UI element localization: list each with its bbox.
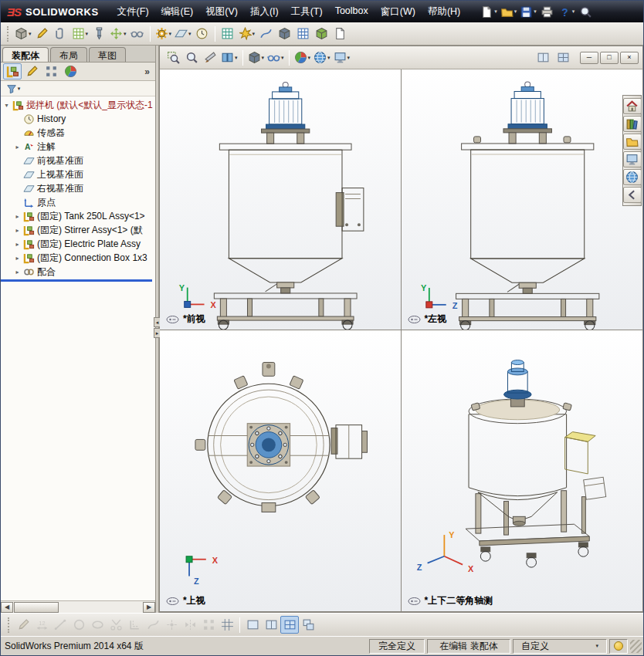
menu-window[interactable]: 窗口(W) [375, 3, 422, 21]
viewport-previous-icon[interactable] [534, 49, 552, 66]
viewport-canvas-front[interactable]: Y X [160, 69, 401, 330]
panel-splitter[interactable]: ◂ ▸ [155, 46, 159, 613]
viewport-top[interactable]: X Z *上视 [160, 330, 402, 612]
expand-arrow-icon[interactable]: ▸ [14, 241, 21, 248]
display-style-icon[interactable]: ▾ [246, 49, 266, 66]
hide-show-items-icon[interactable]: ▾ [266, 49, 286, 66]
viewport-left[interactable]: Y Z *左视 [402, 69, 643, 330]
new-motion-study-icon[interactable] [193, 25, 212, 42]
section-view-icon[interactable] [201, 49, 219, 66]
tree-item[interactable]: ▸(固定) Electric Plate Assy [1, 237, 155, 251]
toolbar-grip[interactable] [7, 26, 10, 42]
dropdown-arrow-icon[interactable]: ▾ [235, 55, 238, 61]
display-grid-icon[interactable] [218, 616, 236, 634]
status-custom-menu[interactable]: 自定义▾ [513, 639, 607, 654]
panel-expand-chevron[interactable]: » [141, 66, 153, 77]
help-icon[interactable]: ▾ [557, 3, 577, 21]
dropdown-arrow-icon[interactable]: ▾ [86, 31, 89, 37]
show-hidden-components-icon[interactable] [128, 25, 147, 42]
assembly-visualization-icon[interactable] [293, 25, 312, 42]
tree-item[interactable]: ▸(固定) Tank 250L Assy<1> [1, 209, 155, 223]
dropdown-arrow-icon[interactable]: ▾ [18, 86, 21, 92]
scrollbar-thumb[interactable] [14, 602, 59, 613]
minimize-window-button[interactable]: ─ [580, 52, 598, 64]
featuremanager-tab-icon[interactable] [3, 63, 22, 79]
open-document-icon[interactable]: ▾ [499, 3, 519, 21]
menu-view[interactable]: 视图(V) [199, 3, 244, 21]
viewport-front[interactable]: Y X *前视 [160, 69, 402, 330]
dropdown-arrow-icon[interactable]: ▾ [262, 55, 265, 61]
spline-icon[interactable] [144, 616, 162, 634]
instant3d-icon[interactable] [312, 25, 330, 42]
dropdown-arrow-icon[interactable]: ▾ [581, 643, 598, 649]
tree-item[interactable]: 原点 [1, 195, 155, 209]
menu-help[interactable]: 帮助(H) [422, 3, 466, 21]
tree-item[interactable]: ▸配合 [1, 265, 155, 279]
mate-icon[interactable] [52, 25, 70, 42]
dropdown-arrow-icon[interactable]: ▾ [169, 31, 172, 37]
scroll-right-icon[interactable]: ▶ [143, 602, 155, 613]
explode-line-sketch-icon[interactable] [256, 25, 275, 42]
edit-component-icon[interactable] [33, 25, 52, 42]
ellipse-icon[interactable] [88, 616, 107, 634]
close-window-button[interactable]: × [620, 52, 639, 64]
tree-item[interactable]: 上视基准面 [1, 167, 155, 181]
dropdown-arrow-icon[interactable]: ▾ [347, 55, 351, 61]
menu-file[interactable]: 文件(F) [111, 3, 155, 21]
propertymanager-tab-icon[interactable] [22, 63, 41, 79]
dropdown-arrow-icon[interactable]: ▾ [494, 8, 497, 15]
quick-tips-button[interactable] [609, 639, 628, 654]
point-icon[interactable] [162, 616, 181, 634]
menu-toolbox[interactable]: Toolbox [329, 3, 375, 21]
expand-arrow-icon[interactable]: ▸ [14, 144, 21, 150]
tree-item[interactable]: 右视基准面 [1, 181, 155, 195]
tab-sketch[interactable]: 草图 [89, 47, 126, 62]
dropdown-arrow-icon[interactable]: ▾ [514, 8, 517, 15]
restore-window-button[interactable]: □ [600, 52, 619, 64]
design-library-icon[interactable] [623, 116, 642, 132]
view-settings-icon[interactable]: ▾ [332, 49, 352, 66]
tree-item[interactable]: ▸(固定) Connection Box 1x3 [1, 251, 155, 265]
expand-arrow-icon[interactable]: ▸ [14, 227, 21, 234]
dropdown-arrow-icon[interactable]: ▾ [281, 55, 284, 61]
single-view-icon[interactable] [243, 616, 262, 634]
trim-entities-icon[interactable] [107, 616, 125, 634]
solidworks-resources-icon[interactable] [623, 98, 642, 114]
menu-insert[interactable]: 插入(I) [244, 3, 285, 21]
smart-fasteners-icon[interactable] [90, 25, 108, 42]
circle-icon[interactable] [69, 616, 88, 634]
view-palette-icon[interactable] [623, 151, 642, 167]
insert-components-icon[interactable]: ▾ [13, 25, 33, 42]
tree-filter-button[interactable]: ▾ [4, 82, 22, 96]
appearances-scenes-icon[interactable] [623, 169, 642, 185]
expand-arrow-icon[interactable]: ▾ [3, 102, 10, 109]
viewport-canvas-top[interactable]: X Z [160, 330, 401, 611]
panel-horizontal-scrollbar[interactable]: ◀ ▶ [1, 600, 155, 613]
new-document-icon[interactable]: ▾ [479, 3, 499, 21]
scroll-left-icon[interactable]: ◀ [1, 602, 13, 613]
print-document-icon[interactable] [538, 3, 557, 21]
smart-dimension-icon[interactable] [32, 616, 51, 634]
linear-component-pattern-icon[interactable]: ▾ [70, 25, 90, 42]
toolbar-grip[interactable] [8, 617, 11, 633]
mirror-entities-icon[interactable] [181, 616, 199, 634]
viewport-iso[interactable]: Y X Z *上下二等角轴测 [402, 330, 643, 612]
viewport-canvas-iso[interactable]: Y X Z [402, 330, 643, 611]
menu-tools[interactable]: 工具(T) [285, 3, 329, 21]
viewport-canvas-left[interactable]: Y Z [402, 69, 643, 330]
line-icon[interactable] [51, 616, 69, 634]
expand-arrow-icon[interactable]: ▸ [14, 213, 21, 220]
sketch-icon[interactable] [14, 616, 32, 634]
menu-edit[interactable]: 编辑(E) [155, 3, 200, 21]
reference-geometry-icon[interactable]: ▾ [173, 25, 193, 42]
four-view-icon[interactable] [280, 616, 299, 634]
interference-detection-icon[interactable] [275, 25, 293, 42]
exploded-view-icon[interactable]: ▾ [237, 25, 257, 42]
convert-entities-icon[interactable] [125, 616, 144, 634]
tree-item[interactable]: ▸注解 [1, 140, 155, 154]
edit-appearance-icon[interactable]: ▾ [293, 49, 313, 66]
dropdown-arrow-icon[interactable]: ▾ [124, 31, 127, 37]
displaymanager-tab-icon[interactable] [61, 63, 80, 79]
dropdown-arrow-icon[interactable]: ▾ [188, 31, 192, 37]
tree-item[interactable]: 传感器 [1, 126, 155, 140]
